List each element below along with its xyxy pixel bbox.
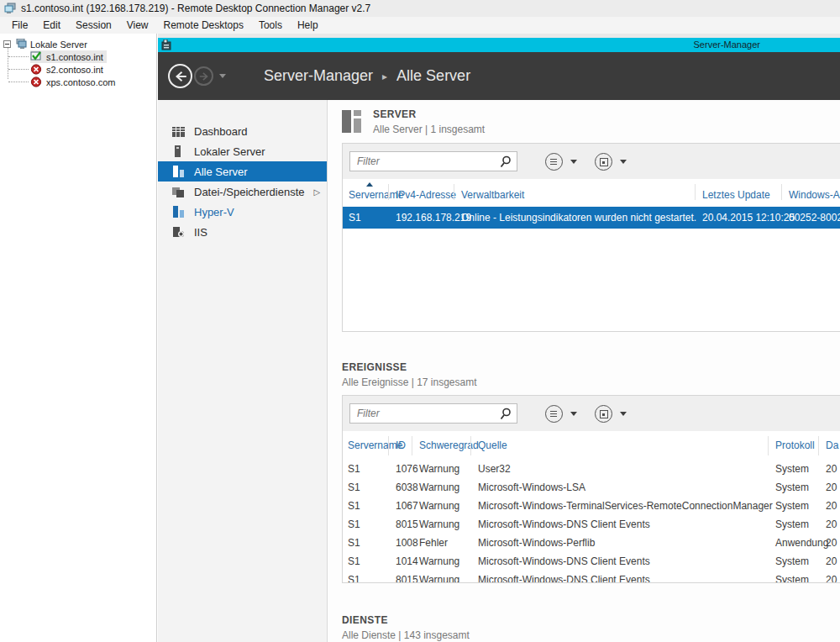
server-table-header: Servername IPv4-Adresse Verwaltbarkeit L… [343, 179, 840, 204]
history-dropdown-icon[interactable] [219, 74, 226, 78]
cell-event-id: 8015 [396, 518, 419, 530]
column-header[interactable]: Letztes Update [702, 179, 789, 204]
save-query-dropdown-icon[interactable] [620, 412, 627, 416]
event-row[interactable]: S1 1076 Warnung User32 System 20 [343, 460, 840, 478]
nav-item[interactable]: Dashboard [158, 121, 327, 141]
server-filter-input[interactable] [350, 152, 517, 171]
cell-date: 20 [826, 463, 840, 475]
menu-item[interactable]: Remote Desktops [156, 18, 251, 33]
breadcrumb-root[interactable]: Server-Manager [264, 67, 373, 85]
event-row[interactable]: S1 1067 Warnung Microsoft-Windows-Termin… [343, 497, 840, 515]
back-button[interactable] [168, 64, 192, 88]
nav-item[interactable]: Datei-/Speicherdienste ▷ [158, 182, 327, 202]
iis-icon [172, 226, 185, 238]
tree-node[interactable]: s2.contoso.int [30, 63, 107, 76]
cell-event-id: 1014 [396, 555, 419, 567]
column-header[interactable]: Verwaltbarkeit [461, 179, 702, 204]
events-filter-input[interactable] [350, 404, 517, 423]
event-row[interactable]: S1 8015 Warnung Microsoft-Windows-DNS Cl… [343, 515, 840, 534]
event-row[interactable]: S1 1014 Warnung Microsoft-Windows-DNS Cl… [343, 552, 840, 571]
save-query-button[interactable] [595, 153, 612, 171]
column-header[interactable]: Servername [348, 431, 396, 460]
cell-date: 20 [826, 518, 840, 530]
breadcrumb-current: Alle Server [396, 67, 470, 85]
all-servers-icon [172, 166, 185, 177]
save-query-button[interactable] [595, 405, 612, 423]
column-header[interactable]: IPv4-Adresse [396, 179, 461, 204]
events-toolbar [343, 396, 840, 431]
server-tree: Lokale Server [0, 34, 156, 88]
server-toolbar [343, 144, 840, 179]
task-list-dropdown-icon[interactable] [570, 412, 577, 416]
tree-collapse-icon[interactable] [3, 40, 11, 48]
window-title: s1.contoso.int (192.168.178.219) - Remot… [21, 3, 370, 14]
column-header[interactable]: Da [826, 431, 840, 460]
menu-item[interactable]: Edit [35, 18, 68, 33]
services-section-heading: DIENSTE Alle Dienste | 143 insgesamt [342, 614, 470, 641]
cell-servername: S1 [348, 555, 396, 567]
column-header[interactable]: Schweregrad [419, 431, 478, 460]
nav-item[interactable]: IIS [158, 222, 327, 242]
server-section-heading: SERVER Alle Server | 1 insgesamt [342, 108, 485, 135]
cell-date: 20 [826, 555, 840, 567]
server-tree-panel: Lokale Server [0, 34, 157, 642]
server-manager-content: SERVER Alle Server | 1 insgesamt [328, 100, 840, 642]
task-list-button[interactable] [545, 153, 563, 171]
event-row[interactable]: S1 6038 Warnung Microsoft-Windows-LSA Sy… [343, 478, 840, 497]
cell-activation: 00252-8002 [789, 212, 840, 224]
event-row[interactable]: S1 8015 Warnung Microsoft-Windows-DNS Cl… [343, 571, 840, 583]
cell-log: System [775, 518, 826, 530]
column-header[interactable]: Windows-A [789, 179, 840, 204]
cell-source: Microsoft-Windows-DNS Client Events [478, 574, 775, 583]
cell-ipv4: 192.168.178.219 [396, 212, 461, 224]
cell-severity: Warnung [419, 518, 478, 530]
cell-last-update: 20.04.2015 12:10:25 [702, 212, 789, 224]
tree-node[interactable]: xps.contoso.com [30, 76, 119, 88]
menu-item[interactable]: File [4, 18, 35, 33]
breadcrumb-separator-icon: ▸ [382, 71, 387, 82]
cell-date: 20 [826, 574, 840, 583]
column-header[interactable]: Quelle [478, 431, 775, 460]
nav-item[interactable]: Lokaler Server [158, 141, 327, 161]
cell-severity: Warnung [419, 500, 478, 512]
dashboard-icon [172, 127, 185, 137]
nav-item[interactable]: Hyper-V [158, 202, 327, 222]
save-query-dropdown-icon[interactable] [620, 160, 627, 164]
cell-date: 20 [826, 537, 840, 549]
server-status-icon [30, 51, 43, 62]
cell-log: System [775, 482, 826, 493]
forward-button[interactable] [194, 66, 213, 86]
event-row[interactable]: S1 1008 Fehler Microsoft-Windows-Perflib… [343, 534, 840, 552]
task-list-dropdown-icon[interactable] [570, 160, 577, 164]
events-table-header: Servername ID Schweregrad Quelle Protoko… [343, 431, 840, 460]
cell-servername: S1 [348, 518, 396, 530]
cell-event-id: 6038 [396, 482, 419, 493]
cell-servername: S1 [348, 482, 396, 493]
column-header[interactable]: Protokoll [775, 431, 826, 460]
menu-item[interactable]: Help [290, 18, 326, 33]
server-manager-app-icon [161, 39, 171, 50]
cell-servername: S1 [348, 537, 396, 549]
tree-root-lokale-server[interactable]: Lokale Server [0, 38, 156, 50]
nav-item-label: Alle Server [194, 166, 248, 178]
task-list-button[interactable] [545, 405, 563, 423]
cell-log: System [775, 500, 826, 512]
cell-event-id: 1076 [396, 463, 419, 475]
column-header[interactable]: ID [396, 431, 419, 460]
search-icon [500, 408, 512, 420]
nav-item-label: Hyper-V [194, 206, 234, 218]
nav-item[interactable]: Alle Server [158, 161, 327, 182]
servers-icon [342, 108, 364, 134]
menu-item[interactable]: View [119, 18, 156, 33]
events-table-rows: S1 1076 Warnung User32 System 20 S1 6038 [343, 460, 840, 583]
server-table-rows: S1 192.168.178.219 Online - Leistungsind… [343, 207, 840, 229]
cell-source: Microsoft-Windows-Perflib [478, 537, 775, 549]
breadcrumb: Server-Manager ▸ Alle Server [264, 67, 470, 85]
column-header[interactable]: Servername [349, 179, 396, 204]
server-manager-header: Server-Manager ▸ Alle Server [158, 52, 840, 100]
tree-node[interactable]: s1.contoso.int [30, 50, 107, 63]
menu-item[interactable]: Tools [251, 18, 290, 33]
menu-item[interactable]: Session [68, 18, 119, 33]
server-row[interactable]: S1 192.168.178.219 Online - Leistungsind… [343, 207, 840, 229]
server-manager-window-title: Server-Manager [694, 39, 760, 50]
